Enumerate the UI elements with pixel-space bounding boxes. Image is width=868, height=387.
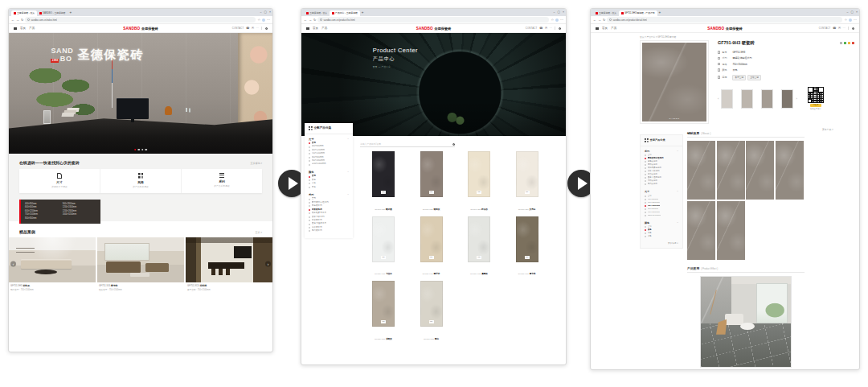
nav-link-products[interactable]: 产品 bbox=[321, 27, 327, 30]
case-item[interactable]: GF751-9H3 岩韵灰 现代客厅 · 750×1500mm bbox=[9, 237, 96, 291]
filter-option[interactable]: 1200×2400mm bbox=[645, 214, 678, 217]
gallery-next-icon[interactable]: › bbox=[265, 261, 271, 267]
new-tab-button[interactable]: + bbox=[69, 10, 72, 16]
product-card[interactable]: 750 GF751-9C3暖沙米 bbox=[420, 216, 443, 278]
filter-option[interactable]: 现代砖系列 bbox=[309, 229, 349, 233]
search-icon[interactable] bbox=[452, 143, 455, 146]
minimize-button[interactable]: – bbox=[553, 9, 555, 15]
close-button[interactable]: × bbox=[563, 9, 564, 15]
tab-secondary[interactable]: SANDBO - 圣德保瓷砖 bbox=[37, 10, 68, 16]
product-card[interactable]: 750 GF751-9B6贝壳白 bbox=[516, 151, 538, 213]
more-filters-link[interactable]: 更多筛选 > bbox=[250, 162, 262, 165]
nav-link-home[interactable]: 首页 bbox=[20, 27, 26, 30]
profile-avatar[interactable] bbox=[555, 19, 559, 22]
bookmark-star-icon[interactable]: ☆ bbox=[551, 16, 554, 24]
finder-card-size[interactable]: 尺寸 按规格尺寸选砖 bbox=[19, 169, 100, 193]
more-products-link[interactable]: 更多产品 > bbox=[822, 128, 833, 131]
more-icon[interactable]: ⋯ bbox=[256, 24, 259, 33]
product-card[interactable]: 750 GF751-9B1曜石黑 bbox=[372, 151, 395, 213]
menu-icon[interactable] bbox=[596, 27, 599, 30]
new-tab-button[interactable]: + bbox=[659, 10, 661, 16]
product-card[interactable]: 750 GF751-9D3暖白 bbox=[420, 281, 443, 343]
minimize-button[interactable]: – bbox=[260, 9, 261, 15]
new-tab-button[interactable]: + bbox=[362, 10, 364, 16]
site-logo[interactable]: SANDBO 圣德保瓷砖 bbox=[416, 27, 452, 31]
site-info-icon[interactable] bbox=[27, 19, 30, 21]
reload-icon[interactable]: ↻ bbox=[603, 16, 605, 24]
wechat-share-icon[interactable] bbox=[844, 42, 846, 44]
tab-home[interactable]: 圣德保瓷砖 - 首页 bbox=[593, 10, 619, 16]
close-button[interactable]: × bbox=[269, 9, 271, 15]
collapse-icon[interactable]: − bbox=[347, 193, 349, 196]
forward-icon[interactable]: → bbox=[598, 16, 601, 24]
back-icon[interactable]: ← bbox=[11, 16, 14, 24]
finder-card-style[interactable]: 风格 按产品风格选砖 bbox=[100, 169, 182, 193]
finder-card-series[interactable]: 系列 按产品系列选砖 bbox=[182, 169, 262, 193]
tab-product-detail[interactable]: GF751-9H3 硬瓷砖 - 产品详情 bbox=[619, 10, 657, 16]
tab-home[interactable]: 圣德保瓷砖 - 首页 bbox=[304, 10, 330, 16]
collapse-icon[interactable]: − bbox=[677, 150, 678, 153]
contact-link[interactable]: CONTACT bbox=[819, 27, 831, 30]
menu-icon[interactable] bbox=[306, 27, 309, 30]
contact-link[interactable]: CONTACT bbox=[526, 27, 538, 30]
carousel-dot-active[interactable] bbox=[134, 149, 136, 150]
carousel-dot[interactable] bbox=[141, 149, 143, 150]
nav-link-home[interactable]: 首页 bbox=[602, 27, 608, 30]
profile-avatar[interactable] bbox=[849, 19, 852, 22]
more-icon[interactable]: ⋯ bbox=[842, 24, 845, 33]
filter-option[interactable]: 现代砖系列 bbox=[645, 183, 678, 186]
contact-link[interactable]: CONTACT bbox=[232, 27, 244, 30]
search-icon[interactable] bbox=[265, 27, 268, 30]
search-icon[interactable] bbox=[852, 27, 854, 30]
phone-icon[interactable]: ☎ bbox=[539, 24, 542, 33]
size-option[interactable]: 800×800mm bbox=[25, 217, 58, 221]
filter-option[interactable]: 米色 bbox=[645, 235, 678, 238]
nav-link-home[interactable]: 首页 bbox=[313, 27, 318, 30]
maximize-button[interactable]: ▢ bbox=[850, 9, 853, 15]
mail-icon[interactable]: ✉ bbox=[252, 24, 254, 33]
profile-avatar[interactable] bbox=[262, 19, 265, 22]
bookmark-star-icon[interactable]: ☆ bbox=[257, 16, 260, 24]
share-more-icon[interactable] bbox=[840, 42, 842, 44]
color-swatch[interactable] bbox=[761, 89, 773, 109]
maximize-button[interactable]: ▢ bbox=[557, 9, 559, 15]
menu-icon[interactable] bbox=[14, 27, 17, 30]
nav-link-products[interactable]: 产品 bbox=[29, 27, 35, 30]
back-icon[interactable]: ← bbox=[304, 16, 307, 24]
reload-icon[interactable]: ↻ bbox=[21, 16, 23, 24]
case-item[interactable]: GF751-9J6 摩卡棕 轻奢客厅 · 750×1500mm bbox=[97, 237, 184, 291]
site-logo[interactable]: SANDBO 圣德保瓷砖 bbox=[707, 27, 743, 31]
carousel-dot[interactable] bbox=[145, 149, 146, 150]
product-card[interactable]: 750 GF751-9D1浅驼灰 bbox=[372, 281, 395, 343]
collapse-icon[interactable]: − bbox=[347, 171, 349, 174]
application-tag[interactable]: 卫浴空间 bbox=[747, 75, 761, 80]
tab-home[interactable]: 圣德保瓷砖 - 首页 bbox=[11, 10, 37, 16]
product-tile-image[interactable]: SANDBO bbox=[642, 43, 706, 121]
close-button[interactable]: × bbox=[856, 9, 858, 15]
carousel-dot[interactable] bbox=[138, 149, 140, 150]
collapse-icon[interactable]: − bbox=[677, 190, 678, 193]
minimize-button[interactable]: – bbox=[846, 9, 848, 15]
more-icon[interactable]: ⋯ bbox=[549, 24, 552, 33]
browser-menu-icon[interactable]: ⋯ bbox=[854, 16, 857, 24]
site-info-icon[interactable] bbox=[609, 19, 612, 21]
bookmark-star-icon[interactable]: ☆ bbox=[844, 16, 847, 24]
phone-icon[interactable]: ☎ bbox=[246, 24, 249, 33]
breadcrumb[interactable]: 首页 > 产品中心 > GF751-9H3 硬瓷砖 bbox=[640, 35, 676, 39]
application-tag[interactable]: 客厅空间 bbox=[732, 75, 746, 80]
mail-icon[interactable]: ✉ bbox=[838, 24, 841, 33]
search-input[interactable] bbox=[360, 142, 451, 146]
filter-option[interactable]: 1200×2400mm bbox=[309, 163, 349, 166]
more-cases-link[interactable]: 更多 > bbox=[255, 231, 262, 234]
product-card[interactable]: 750 GF751-9B3烟雨灰 bbox=[420, 151, 443, 213]
maximize-button[interactable]: ▢ bbox=[264, 9, 266, 15]
site-logo[interactable]: SANDBO 圣德保瓷砖 bbox=[123, 27, 158, 31]
collapse-icon[interactable]: − bbox=[677, 221, 678, 224]
mail-icon[interactable]: ✉ bbox=[545, 24, 547, 33]
qq-share-icon[interactable] bbox=[852, 42, 854, 44]
browser-menu-icon[interactable]: ⋯ bbox=[560, 16, 563, 24]
case-item[interactable]: GF751-9C6 深胡桃 餐厅空间 · 750×1500mm bbox=[186, 237, 272, 291]
more-filters-footer[interactable]: 更多筛选 ∨ bbox=[641, 239, 682, 245]
product-card[interactable]: 750 GF751-9C6摩卡棕 bbox=[516, 216, 538, 278]
site-info-icon[interactable] bbox=[320, 19, 322, 21]
